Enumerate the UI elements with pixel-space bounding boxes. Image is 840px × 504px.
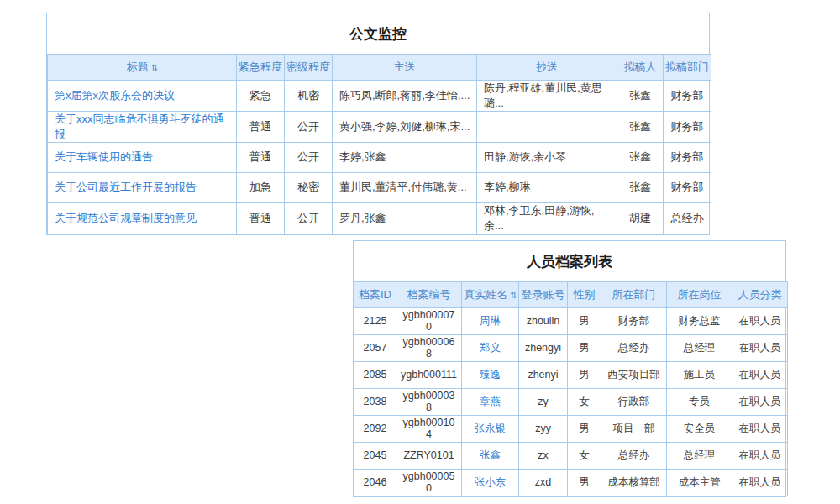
table-cell: 2092 — [354, 415, 396, 442]
col-header-title[interactable]: 标题⇅ — [48, 55, 237, 81]
col-header-archive-no: 档案编号 — [396, 282, 462, 308]
table-row: 2045ZZRY0101张鑫zx女总经办总经理在职人员 — [354, 442, 788, 469]
table-cell: 男 — [568, 334, 601, 361]
table-cell: 公开 — [285, 202, 333, 234]
table-cell: 财务总监 — [667, 307, 732, 334]
row-link[interactable]: 张永银 — [475, 423, 507, 434]
table-cell: zxd — [519, 469, 568, 496]
col-header-urgency: 紧急程度 — [237, 55, 285, 81]
sort-icon[interactable]: ⇅ — [151, 63, 157, 72]
row-link[interactable]: 第x届第x次股东会的决议 — [55, 89, 175, 102]
row-link[interactable]: 关于xxx同志临危不惧勇斗歹徒的通报 — [55, 113, 224, 140]
table-cell: 2085 — [354, 361, 396, 388]
col-header-archive-id: 档案ID — [354, 282, 396, 308]
table-cell: ygbh000104 — [396, 415, 462, 442]
table-cell: 总经办 — [601, 442, 667, 469]
table-cell: zhengyi — [519, 334, 568, 361]
row-link[interactable]: 臻逸 — [480, 369, 501, 381]
table-cell: 周琳 — [462, 307, 519, 334]
col-header-category: 人员分类 — [732, 282, 788, 308]
table-cell: 张鑫 — [617, 172, 664, 202]
table-cell: 财务部 — [664, 111, 711, 142]
table-cell: zhenyi — [519, 361, 568, 388]
table-cell: 在职人员 — [732, 307, 788, 334]
table-cell: 李婷,张鑫 — [333, 142, 477, 172]
table-cell: 在职人员 — [732, 415, 788, 442]
row-link[interactable]: 张小东 — [475, 476, 507, 488]
table-cell: 关于规范公司规章制度的意见 — [48, 202, 237, 234]
table-row: 关于车辆使用的通告普通公开李婷,张鑫田静,游恢,余小琴张鑫财务部 — [48, 142, 711, 172]
table-cell: ygbh000068 — [396, 334, 462, 361]
table-cell: 李婷,柳琳 — [477, 172, 617, 202]
table-row: 关于xxx同志临危不惧勇斗歹徒的通报普通公开黄小强,李婷,刘健,柳琳,宋...张… — [48, 111, 711, 142]
table-cell: 秘密 — [285, 172, 333, 202]
table-cell: 公开 — [285, 142, 333, 172]
col-header-login-account: 登录账号 — [519, 282, 568, 308]
table-row: 2092ygbh000104张永银zyy男项目一部安全员在职人员 — [354, 415, 788, 442]
table-cell: 成本核算部 — [601, 469, 667, 496]
table-cell: zy — [519, 388, 568, 415]
col-header-draft-dept: 拟稿部门 — [664, 55, 711, 81]
row-link[interactable]: 关于车辆使用的通告 — [55, 150, 153, 163]
document-monitor-panel: 公文监控 标题⇅ 紧急程度 密级程度 主送 抄送 拟稿人 拟稿部门 第x届第x次… — [46, 13, 710, 235]
col-header-secrecy: 密级程度 — [285, 55, 333, 81]
col-header-drafter: 拟稿人 — [617, 55, 664, 81]
table-cell: 在职人员 — [732, 442, 788, 469]
table-cell: 在职人员 — [732, 334, 788, 361]
table-cell: 章燕 — [462, 388, 519, 415]
table-cell: 邓林,李卫东,田静,游恢,余... — [477, 202, 617, 234]
table-row: 2038ygbh000038章燕zy女行政部专员在职人员 — [354, 388, 788, 415]
row-link[interactable]: 章燕 — [480, 396, 501, 407]
table-row: 2057ygbh000068郑义zhengyi男总经办总经理在职人员 — [354, 334, 788, 361]
table-cell: 第x届第x次股东会的决议 — [48, 80, 237, 111]
col-header-copy-send: 抄送 — [477, 55, 617, 81]
table-cell: ygbh000050 — [396, 469, 462, 496]
table-cell: 普通 — [237, 142, 285, 172]
sort-icon[interactable]: ⇅ — [510, 291, 516, 300]
table-cell: 郑义 — [462, 334, 519, 361]
table-cell: 关于公司最近工作开展的报告 — [48, 172, 237, 202]
table-cell: 关于xxx同志临危不惧勇斗歹徒的通报 — [48, 111, 237, 142]
table-cell: 项目一部 — [601, 415, 667, 442]
doc-table: 标题⇅ 紧急程度 密级程度 主送 抄送 拟稿人 拟稿部门 第x届第x次股东会的决… — [47, 54, 711, 234]
row-link[interactable]: 郑义 — [480, 342, 501, 354]
table-cell: 罗丹,张鑫 — [333, 202, 477, 234]
table-cell: 紧急 — [237, 80, 285, 111]
col-header-department: 所在部门 — [601, 282, 667, 308]
table-cell: 董川民,董清平,付伟璐,黄... — [333, 172, 477, 202]
table-row: 关于规范公司规章制度的意见普通公开罗丹,张鑫邓林,李卫东,田静,游恢,余...胡… — [48, 202, 711, 234]
row-link[interactable]: 关于公司最近工作开展的报告 — [55, 181, 197, 193]
person-header-row: 档案ID 档案编号 真实姓名⇅ 登录账号 性别 所在部门 所在岗位 人员分类 — [354, 282, 788, 308]
table-cell: 公开 — [285, 111, 333, 142]
table-row: 第x届第x次股东会的决议紧急机密陈巧凤,断郎,蒋丽,李佳怡,...陈丹,程亚雄,… — [48, 80, 711, 111]
table-cell: zx — [519, 442, 568, 469]
col-header-position: 所在岗位 — [667, 282, 732, 308]
table-row: 2125ygbh000070周琳zhoulin男财务部财务总监在职人员 — [354, 307, 788, 334]
col-header-real-name[interactable]: 真实姓名⇅ — [462, 282, 519, 308]
row-link[interactable]: 周琳 — [480, 315, 501, 327]
col-header-real-name-label: 真实姓名 — [464, 288, 507, 301]
table-cell: 2045 — [354, 442, 396, 469]
table-cell: 普通 — [237, 111, 285, 142]
row-link[interactable]: 张鑫 — [480, 449, 501, 461]
table-cell: 在职人员 — [732, 361, 788, 388]
table-cell: 总经办 — [601, 334, 667, 361]
row-link[interactable]: 关于规范公司规章制度的意见 — [55, 212, 197, 224]
table-cell: 西安项目部 — [601, 361, 667, 388]
table-cell: 在职人员 — [732, 388, 788, 415]
doc-table-title: 公文监控 — [47, 13, 709, 54]
table-cell: 男 — [568, 469, 601, 496]
table-row: 2046ygbh000050张小东zxd男成本核算部成本主管在职人员 — [354, 469, 788, 496]
table-cell: 胡建 — [617, 202, 664, 234]
table-cell: 陈巧凤,断郎,蒋丽,李佳怡,... — [333, 80, 477, 111]
table-cell: 女 — [568, 388, 601, 415]
table-cell: 总经理 — [667, 442, 732, 469]
table-cell: 臻逸 — [462, 361, 519, 388]
table-cell: 在职人员 — [732, 469, 788, 496]
person-table-body: 2125ygbh000070周琳zhoulin男财务部财务总监在职人员2057y… — [354, 307, 788, 496]
table-cell: 黄小强,李婷,刘健,柳琳,宋... — [333, 111, 477, 142]
table-cell: 张鑫 — [617, 111, 664, 142]
col-header-gender: 性别 — [568, 282, 601, 308]
table-cell: 张鑫 — [617, 142, 664, 172]
table-cell: 施工员 — [667, 361, 732, 388]
